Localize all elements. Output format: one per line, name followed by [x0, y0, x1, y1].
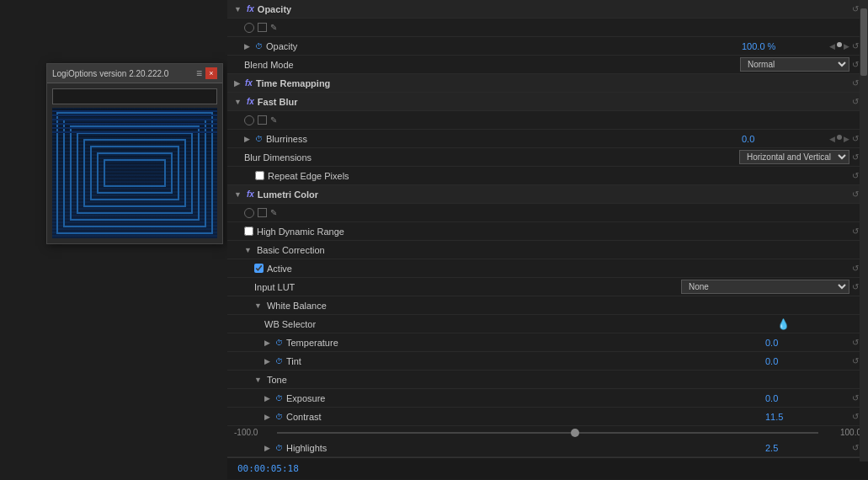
repeat-edge-checkbox[interactable] [255, 171, 264, 180]
nested-rect-8 [104, 159, 166, 187]
active-checkbox-group: Active [254, 264, 292, 274]
contrast-slider-row: -100.0 100.0 [227, 426, 868, 439]
highlights-arrow[interactable]: ▶ [264, 444, 270, 452]
blurriness-label-group: ▶ ⏱ Blurriness [244, 134, 742, 144]
exposure-arrow[interactable]: ▶ [264, 394, 270, 403]
opacity-icons-row: ✎ [227, 19, 868, 37]
opacity-value-arrow[interactable]: ▶ [244, 42, 250, 51]
fast-blur-pen-icon[interactable]: ✎ [270, 115, 277, 125]
opacity-icons: ✎ [244, 23, 277, 33]
tint-label-group: ▶ ⏱ Tint [264, 356, 765, 366]
lumetri-arrow[interactable]: ▼ [234, 190, 242, 199]
exposure-clock-icon[interactable]: ⏱ [275, 394, 283, 403]
tone-arrow[interactable]: ▼ [254, 376, 262, 384]
temperature-value[interactable]: 0.0 [765, 338, 849, 348]
blurriness-arrow[interactable]: ▶ [244, 135, 250, 143]
input-lut-label: Input LUT [254, 282, 295, 292]
time-remapping-arrow[interactable]: ▶ [234, 79, 240, 88]
opacity-circle-icon[interactable] [244, 23, 254, 33]
opacity-section-header: ▼ fx Opacity ↺ [227, 0, 868, 19]
scrollbar-thumb[interactable] [860, 8, 867, 76]
white-balance-arrow[interactable]: ▼ [254, 301, 262, 310]
temperature-arrow[interactable]: ▶ [264, 339, 270, 347]
blurriness-nav-arrows: ◀ ▶ [829, 135, 849, 143]
temperature-clock-icon[interactable]: ⏱ [275, 339, 283, 347]
blend-mode-select[interactable]: Normal Multiply Screen [740, 57, 849, 72]
tint-arrow[interactable]: ▶ [264, 357, 270, 365]
basic-correction-row: ▼ Basic Correction [227, 241, 868, 259]
time-remapping-fx-badge: fx [245, 78, 253, 88]
fast-blur-fx-badge: fx [247, 97, 254, 106]
blur-dimensions-label: Blur Dimensions [244, 152, 312, 163]
contrast-label-group: ▶ ⏱ Contrast [264, 412, 765, 422]
basic-correction-arrow[interactable]: ▼ [244, 246, 252, 254]
fast-blur-arrow[interactable]: ▼ [234, 98, 242, 106]
blur-dimensions-row: Blur Dimensions Horizontal and Vertical … [227, 148, 868, 167]
active-checkbox[interactable] [254, 264, 264, 273]
opacity-label-group: ▼ fx Opacity [234, 4, 849, 14]
blurriness-keyframe-dot[interactable] [837, 135, 842, 140]
opacity-keyframe-dot[interactable] [837, 42, 842, 47]
tone-label-group: ▼ Tone [254, 375, 861, 385]
lumetri-square-icon[interactable] [258, 208, 267, 217]
fast-blur-square-icon[interactable] [258, 115, 267, 125]
lumetri-pen-icon[interactable]: ✎ [270, 208, 277, 217]
logi-window: LogiOptions version 2.20.222.0 ≡ × [46, 63, 223, 244]
lumetri-icons: ✎ [244, 208, 277, 218]
blurriness-value[interactable]: 0.0 [742, 134, 826, 144]
exposure-label: Exposure [286, 393, 325, 403]
logi-display-inner [52, 108, 217, 238]
opacity-collapse-arrow[interactable]: ▼ [234, 5, 242, 13]
lumetri-circle-icon[interactable] [244, 208, 254, 218]
contrast-arrow[interactable]: ▶ [264, 413, 270, 421]
high-dynamic-range-row: High Dynamic Range ↺ [227, 222, 868, 241]
opacity-next-arrow[interactable]: ▶ [844, 42, 849, 51]
opacity-value-row: ▶ ⏱ Opacity 100.0 % ◀ ▶ ↺ [227, 37, 868, 56]
logi-titlebar: LogiOptions version 2.20.222.0 ≡ × [47, 64, 222, 83]
lumetri-label-group: ▼ fx Lumetri Color [234, 189, 849, 200]
exposure-value[interactable]: 0.0 [765, 393, 849, 403]
opacity-nav-arrows: ◀ ▶ [829, 42, 849, 51]
fast-blur-label: Fast Blur [258, 97, 298, 107]
temperature-label-group: ▶ ⏱ Temperature [264, 338, 765, 348]
highlights-clock-icon[interactable]: ⏱ [275, 444, 283, 452]
opacity-pen-icon[interactable]: ✎ [270, 23, 277, 32]
hdr-label-group: High Dynamic Range [244, 227, 849, 237]
opacity-prev-arrow[interactable]: ◀ [829, 42, 835, 51]
opacity-clock-icon[interactable]: ⏱ [255, 42, 263, 51]
exposure-label-group: ▶ ⏱ Exposure [264, 393, 765, 403]
lumetri-fx-badge: fx [247, 189, 254, 199]
contrast-value[interactable]: 11.5 [765, 412, 849, 422]
contrast-label: Contrast [286, 412, 322, 422]
fast-blur-header: ▼ fx Fast Blur ↺ [227, 93, 868, 111]
blur-dimensions-select[interactable]: Horizontal and Vertical Horizontal Verti… [739, 150, 849, 164]
logi-menu-icon[interactable]: ≡ [196, 67, 202, 79]
hdr-checkbox[interactable] [244, 227, 253, 236]
effects-panel: ▼ fx Opacity ↺ ✎ ▶ ⏱ Opacity 100.0 % ◀ ▶… [227, 0, 868, 480]
tint-value[interactable]: 0.0 [765, 356, 849, 366]
logi-display [52, 108, 217, 238]
input-lut-select[interactable]: None [681, 280, 849, 294]
logi-search-input[interactable] [52, 88, 217, 104]
highlights-row: ▶ ⏱ Highlights 2.5 ↺ [227, 439, 868, 457]
fast-blur-circle-icon[interactable] [244, 115, 254, 125]
wb-selector-eyedropper-icon[interactable]: 💧 [777, 318, 861, 330]
repeat-edge-label-group: ⏱ Repeat Edge Pixels [244, 171, 849, 181]
contrast-slider-thumb[interactable] [571, 429, 579, 437]
opacity-fx-badge: fx [247, 4, 254, 13]
time-remapping-header: ▶ fx Time Remapping ↺ [227, 74, 868, 93]
vertical-scrollbar[interactable] [860, 0, 868, 461]
tint-clock-icon[interactable]: ⏱ [275, 357, 283, 365]
blurriness-clock-icon[interactable]: ⏱ [255, 135, 263, 143]
logi-title: LogiOptions version 2.20.222.0 [52, 69, 168, 78]
blurriness-prev-arrow[interactable]: ◀ [829, 135, 835, 143]
contrast-slider-max: 100.0 [823, 428, 861, 437]
blurriness-next-arrow[interactable]: ▶ [844, 135, 849, 143]
contrast-clock-icon[interactable]: ⏱ [275, 413, 283, 421]
blurriness-row: ▶ ⏱ Blurriness 0.0 ◀ ▶ ↺ [227, 130, 868, 148]
opacity-square-icon[interactable] [258, 23, 267, 32]
logi-close-button[interactable]: × [205, 67, 217, 79]
opacity-value[interactable]: 100.0 % [742, 41, 826, 51]
contrast-slider-track[interactable] [277, 432, 818, 434]
highlights-value[interactable]: 2.5 [765, 443, 849, 453]
